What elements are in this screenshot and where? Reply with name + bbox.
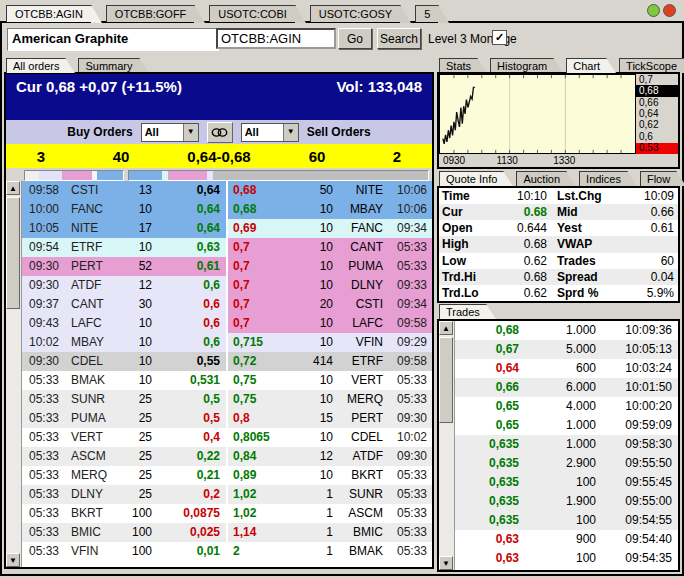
- ask-side[interactable]: 0,84 12 ATDF 09:30: [228, 447, 432, 466]
- bid-side[interactable]: 05:33 ASCM 25 0,22: [22, 447, 226, 466]
- trade-row[interactable]: 0,635 1.000 09:58:30: [455, 435, 678, 454]
- bid-side[interactable]: 05:33 BMIC 100 0,025: [22, 523, 226, 542]
- order-book-row[interactable]: 10:05 NITE 17 0,64 0,69 10 FANC 09:34: [22, 219, 432, 238]
- trade-row[interactable]: 0,63 900 09:54:40: [455, 530, 678, 549]
- ask-side[interactable]: 0,89 10 BKRT 05:33: [228, 466, 432, 485]
- search-button[interactable]: Search: [377, 28, 421, 49]
- ask-side[interactable]: 0,7 10 PUMA 05:33: [228, 257, 432, 276]
- order-book-scrollbar[interactable]: ▲ ▼: [6, 181, 22, 567]
- symbol-tab[interactable]: 5: [415, 5, 439, 22]
- ask-side[interactable]: 0,72 414 ETRF 09:58: [228, 352, 432, 371]
- order-book-row[interactable]: 05:33 DLNY 25 0,2 1,02 1 SUNR 05:33: [22, 485, 432, 504]
- trade-row[interactable]: 0,635 100 09:55:45: [455, 473, 678, 492]
- trades-tab[interactable]: Trades: [439, 304, 487, 319]
- ask-side[interactable]: 0,68 50 NITE 10:06: [228, 181, 432, 200]
- ask-side[interactable]: 0,7 10 DLNY 09:33: [228, 276, 432, 295]
- ask-side[interactable]: 0,7 20 CSTI 09:34: [228, 295, 432, 314]
- symbol-tab[interactable]: OTCBB:GOFF: [106, 5, 196, 22]
- bid-side[interactable]: 09:30 PERT 52 0,61: [22, 257, 226, 276]
- scrollbar-thumb[interactable]: [439, 337, 453, 423]
- order-book-row[interactable]: 05:33 BMAK 10 0,531 0,75 10 VERT 05:33: [22, 371, 432, 390]
- chart-plot-area[interactable]: [439, 74, 636, 154]
- bid-side[interactable]: 10:05 NITE 17 0,64: [22, 219, 226, 238]
- trades-scrollbar[interactable]: ▲ ▼: [439, 321, 455, 570]
- scroll-down-arrow-icon[interactable]: ▼: [6, 553, 20, 567]
- ask-side[interactable]: 0,69 10 FANC 09:34: [228, 219, 432, 238]
- analysis-tab[interactable]: Stats: [439, 58, 478, 73]
- symbol-tab[interactable]: OTCBB:AGIN: [6, 5, 92, 22]
- order-book-row[interactable]: 09:30 PERT 52 0,61 0,7 10 PUMA 05:33: [22, 257, 432, 276]
- ask-side[interactable]: 1,02 1 SUNR 05:33: [228, 485, 432, 504]
- trade-row[interactable]: 0,63 100 09:54:35: [455, 549, 678, 568]
- quote-tab[interactable]: Auction: [516, 171, 567, 186]
- trade-row[interactable]: 0,635 2.900 09:55:50: [455, 454, 678, 473]
- bid-side[interactable]: 05:33 BMAK 10 0,531: [22, 371, 226, 390]
- ask-side[interactable]: 2 1 BMAK 05:33: [228, 542, 432, 561]
- analysis-tab[interactable]: TickScope: [619, 58, 684, 73]
- order-book-row[interactable]: 05:33 VFIN 100 0,01 2 1 BMAK 05:33: [22, 542, 432, 561]
- level3-montage-checkbox[interactable]: ✓: [492, 30, 507, 45]
- analysis-tab[interactable]: Histogram: [490, 58, 554, 73]
- ask-side[interactable]: 0,8 15 PERT 09:30: [228, 409, 432, 428]
- trade-row[interactable]: 0,65 1.000 09:59:09: [455, 416, 678, 435]
- ask-side[interactable]: 1,14 1 BMIC 05:33: [228, 523, 432, 542]
- sell-filter-dropdown[interactable]: All ▼: [241, 123, 299, 142]
- go-button[interactable]: Go: [338, 28, 372, 49]
- bid-side[interactable]: 05:33 PUMA 25 0,5: [22, 409, 226, 428]
- bid-side[interactable]: 10:02 MBAY 10 0,6: [22, 333, 226, 352]
- bid-side[interactable]: 05:33 VERT 25 0,4: [22, 428, 226, 447]
- quote-tab[interactable]: Flow: [640, 171, 677, 186]
- bid-side[interactable]: 05:33 MERQ 25 0,21: [22, 466, 226, 485]
- bid-side[interactable]: 05:33 VFIN 100 0,01: [22, 542, 226, 561]
- ask-side[interactable]: 0,68 10 MBAY 10:06: [228, 200, 432, 219]
- order-book-row[interactable]: 09:43 LAFC 10 0,6 0,7 10 LAFC 09:58: [22, 314, 432, 333]
- trade-row[interactable]: 0,66 6.000 10:01:50: [455, 378, 678, 397]
- ask-side[interactable]: 0,715 10 VFIN 09:29: [228, 333, 432, 352]
- bid-side[interactable]: 09:58 CSTI 13 0,64: [22, 181, 226, 200]
- bid-side[interactable]: 05:33 SUNR 25 0,5: [22, 390, 226, 409]
- order-book-row[interactable]: 10:02 MBAY 10 0,6 0,715 10 VFIN 09:29: [22, 333, 432, 352]
- scroll-up-arrow-icon[interactable]: ▲: [439, 321, 453, 335]
- trade-row[interactable]: 0,635 1.900 09:55:00: [455, 492, 678, 511]
- order-book-row[interactable]: 05:33 ASCM 25 0,22 0,84 12 ATDF 09:30: [22, 447, 432, 466]
- trade-row[interactable]: 0,635 100 09:54:55: [455, 511, 678, 530]
- ask-side[interactable]: 0,8065 10 CDEL 10:02: [228, 428, 432, 447]
- trade-row[interactable]: 0,64 600 10:03:24: [455, 359, 678, 378]
- order-book-row[interactable]: 09:30 ATDF 12 0,6 0,7 10 DLNY 09:33: [22, 276, 432, 295]
- order-book-row[interactable]: 05:33 SUNR 25 0,5 0,75 10 MERQ 05:33: [22, 390, 432, 409]
- ask-side[interactable]: 0,7 10 CANT 05:33: [228, 238, 432, 257]
- ask-side[interactable]: 0,75 10 MERQ 05:33: [228, 390, 432, 409]
- order-book-row[interactable]: 05:33 PUMA 25 0,5 0,8 15 PERT 09:30: [22, 409, 432, 428]
- buy-filter-dropdown[interactable]: All ▼: [141, 123, 199, 142]
- scroll-up-arrow-icon[interactable]: ▲: [6, 181, 20, 195]
- bid-side[interactable]: 05:33 BKRT 100 0,0875: [22, 504, 226, 523]
- bid-side[interactable]: 09:54 ETRF 10 0,63: [22, 238, 226, 257]
- bid-side[interactable]: 09:30 ATDF 12 0,6: [22, 276, 226, 295]
- bid-side[interactable]: 09:30 CDEL 10 0,55: [22, 352, 226, 371]
- quote-tab[interactable]: Quote Info: [439, 171, 504, 186]
- trade-row[interactable]: 0,68 1.000 10:09:36: [455, 321, 678, 340]
- link-filters-button[interactable]: [207, 122, 233, 143]
- symbol-tab[interactable]: USOTC:COBI: [209, 5, 295, 22]
- order-book-row[interactable]: 05:33 BMIC 100 0,025 1,14 1 BMIC 05:33: [22, 523, 432, 542]
- symbol-tab[interactable]: USOTC:GOSY: [310, 5, 401, 22]
- trade-row[interactable]: 0,67 5.000 10:05:13: [455, 340, 678, 359]
- bid-side[interactable]: 10:00 FANC 10 0,64: [22, 200, 226, 219]
- symbol-input[interactable]: [216, 28, 336, 49]
- scrollbar-thumb[interactable]: [6, 197, 20, 309]
- orders-tab[interactable]: All orders: [6, 58, 66, 73]
- order-book-row[interactable]: 09:58 CSTI 13 0,64 0,68 50 NITE 10:06: [22, 181, 432, 200]
- order-book-row[interactable]: 09:30 CDEL 10 0,55 0,72 414 ETRF 09:58: [22, 352, 432, 371]
- scroll-down-arrow-icon[interactable]: ▼: [439, 556, 453, 570]
- ask-side[interactable]: 0,75 10 VERT 05:33: [228, 371, 432, 390]
- order-book-row[interactable]: 09:37 CANT 30 0,6 0,7 20 CSTI 09:34: [22, 295, 432, 314]
- order-book-row[interactable]: 05:33 MERQ 25 0,21 0,89 10 BKRT 05:33: [22, 466, 432, 485]
- orders-tab[interactable]: Summary: [78, 58, 139, 73]
- bid-side[interactable]: 05:33 DLNY 25 0,2: [22, 485, 226, 504]
- order-book-row[interactable]: 05:33 VERT 25 0,4 0,8065 10 CDEL 10:02: [22, 428, 432, 447]
- analysis-tab[interactable]: Chart: [566, 58, 607, 73]
- trade-row[interactable]: 0,65 4.000 10:00:20: [455, 397, 678, 416]
- bid-side[interactable]: 09:43 LAFC 10 0,6: [22, 314, 226, 333]
- order-book-row[interactable]: 05:33 BKRT 100 0,0875 1,02 1 ASCM 05:33: [22, 504, 432, 523]
- quote-tab[interactable]: Indices: [579, 171, 628, 186]
